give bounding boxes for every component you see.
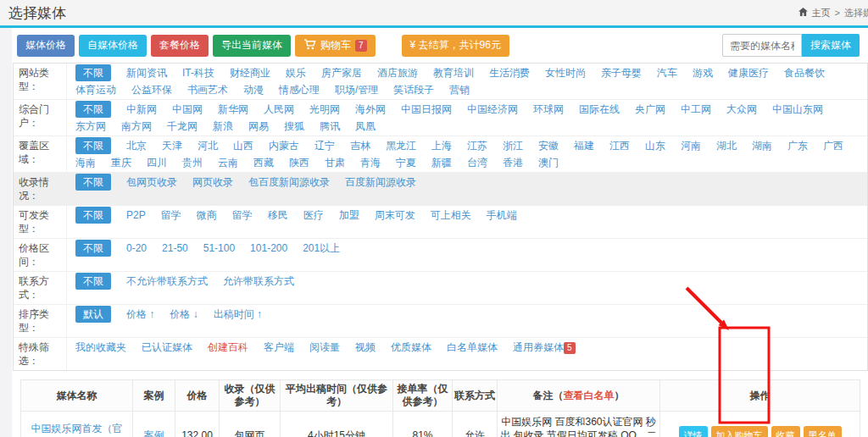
filter-option[interactable]: 健康医疗: [728, 66, 769, 80]
filter-option[interactable]: 女性时尚: [545, 66, 586, 80]
filter-option[interactable]: 吉林: [350, 139, 370, 152]
filter-option[interactable]: 职场/管理: [335, 83, 378, 97]
blacklist-button[interactable]: 黑名单: [804, 426, 842, 437]
cart-button[interactable]: 购物车7: [295, 35, 376, 57]
filter-option[interactable]: 中国日报网: [401, 102, 452, 116]
filter-option[interactable]: 内蒙古: [269, 139, 299, 152]
filter-option[interactable]: 江西: [609, 139, 630, 152]
filter-option[interactable]: 加盟: [339, 208, 359, 222]
filter-option[interactable]: 201以上: [303, 241, 340, 255]
filter-option[interactable]: 教育培训: [433, 66, 474, 80]
filter-option[interactable]: 房产家居: [321, 66, 362, 80]
filter-option[interactable]: 101-200: [250, 241, 287, 255]
media-price-button[interactable]: 媒体价格: [17, 35, 75, 57]
filter-option[interactable]: 笑话段子: [393, 83, 434, 97]
media-name-link[interactable]: 中国娱乐网首发（官网）好出: [31, 423, 123, 437]
filter-selected-site-type[interactable]: 不限: [75, 64, 111, 81]
filter-option[interactable]: 营销: [449, 83, 470, 97]
filter-option[interactable]: 出稿时间 ↑: [214, 307, 262, 321]
filter-option[interactable]: 阅读量: [309, 340, 340, 354]
filter-option[interactable]: 天津: [162, 139, 182, 152]
filter-option[interactable]: 51-100: [203, 241, 235, 255]
filter-option[interactable]: 新闻资讯: [126, 66, 167, 80]
filter-option[interactable]: 湖南: [752, 139, 772, 152]
filter-option[interactable]: 腾讯: [320, 119, 340, 133]
filter-option[interactable]: 医疗: [303, 208, 324, 222]
filter-option[interactable]: 中国经济网: [467, 102, 518, 116]
filter-option[interactable]: 21-50: [162, 241, 188, 255]
filter-option[interactable]: 手机端: [487, 208, 517, 222]
filter-option[interactable]: 中国网: [172, 102, 203, 116]
filter-option[interactable]: 千龙网: [167, 119, 198, 133]
filter-option[interactable]: 网页收录: [192, 175, 233, 189]
filter-option[interactable]: 陕西: [289, 156, 309, 169]
filter-option[interactable]: 体育运动: [75, 83, 116, 97]
checkout-button[interactable]: ¥ 去结算，共计96元: [402, 35, 509, 57]
filter-option[interactable]: 价格 ↓: [170, 307, 198, 321]
filter-option[interactable]: 我的收藏夹: [75, 340, 126, 354]
filter-selected-publish-type[interactable]: 不限: [75, 207, 111, 224]
filter-option[interactable]: 娱乐: [286, 66, 306, 80]
filter-option[interactable]: 河南: [681, 139, 701, 152]
filter-option[interactable]: 汽车: [657, 66, 677, 80]
filter-option[interactable]: 网易: [248, 119, 269, 133]
filter-option[interactable]: 南方网: [121, 119, 152, 133]
filter-option[interactable]: 台湾: [467, 156, 487, 169]
filter-option[interactable]: 新浪: [213, 119, 233, 133]
filter-option[interactable]: 广西: [823, 139, 843, 152]
filter-option[interactable]: 微商: [197, 208, 217, 222]
filter-option[interactable]: 江苏: [467, 139, 487, 152]
filter-option[interactable]: 凤凰: [355, 119, 376, 133]
filter-option[interactable]: 中工网: [681, 102, 711, 116]
filter-option[interactable]: 游戏: [693, 66, 713, 80]
filter-selected-region[interactable]: 不限: [75, 137, 111, 154]
filter-option[interactable]: 北京: [126, 139, 147, 152]
filter-option[interactable]: 浙江: [503, 139, 523, 152]
add-to-cart-button[interactable]: 加入购物车: [711, 426, 768, 437]
filter-option[interactable]: 甘肃: [325, 156, 345, 169]
filter-option[interactable]: 移民: [268, 208, 288, 222]
filter-option[interactable]: 食品餐饮: [784, 66, 825, 80]
filter-option[interactable]: 云南: [218, 156, 238, 169]
filter-option[interactable]: 财经商业: [230, 66, 270, 80]
filter-option[interactable]: 酒店旅游: [377, 66, 418, 80]
filter-option[interactable]: 安徽: [538, 139, 559, 152]
self-media-price-button[interactable]: 自媒体价格: [79, 35, 147, 57]
breadcrumb-home[interactable]: 主页: [812, 7, 831, 19]
filter-option[interactable]: 包网页收录: [126, 175, 177, 189]
filter-option[interactable]: 书画艺术: [187, 83, 228, 97]
filter-option[interactable]: 公益环保: [131, 83, 172, 97]
filter-option[interactable]: 优质媒体: [391, 340, 431, 354]
filter-option[interactable]: 情感心理: [279, 83, 320, 97]
filter-option[interactable]: 留学: [161, 208, 181, 222]
filter-option[interactable]: 中新网: [126, 102, 157, 116]
filter-selected-contact[interactable]: 不限: [75, 273, 111, 290]
filter-option[interactable]: 重庆: [111, 156, 131, 169]
filter-option[interactable]: 价格 ↑: [126, 307, 154, 321]
filter-option[interactable]: 视频: [355, 340, 376, 354]
filter-option[interactable]: 河北: [198, 139, 218, 152]
filter-option[interactable]: 已认证媒体: [142, 340, 192, 354]
filter-selected-price-range[interactable]: 不限: [75, 240, 111, 257]
filter-option[interactable]: 新疆: [431, 156, 452, 169]
filter-option[interactable]: 黑龙江: [386, 139, 416, 152]
filter-selected-sort[interactable]: 默认: [75, 306, 111, 323]
filter-option[interactable]: 湖北: [716, 139, 737, 152]
filter-option[interactable]: 福建: [574, 139, 594, 152]
filter-option[interactable]: 贵州: [182, 156, 203, 169]
filter-option[interactable]: 周末可发: [375, 208, 415, 222]
filter-option[interactable]: 人民网: [264, 102, 294, 116]
filter-option[interactable]: IT-科技: [182, 66, 214, 80]
filter-selected-inclusion[interactable]: 不限: [75, 174, 111, 191]
filter-option[interactable]: P2P: [126, 208, 146, 222]
filter-option[interactable]: 通用券媒体5: [513, 340, 576, 354]
filter-option[interactable]: 亲子母婴: [601, 66, 642, 80]
filter-option[interactable]: 辽宁: [314, 139, 335, 152]
filter-option[interactable]: 不允许带联系方式: [126, 274, 208, 288]
case-link[interactable]: 案例: [144, 429, 164, 437]
filter-option[interactable]: 宁夏: [396, 156, 416, 169]
filter-option[interactable]: 澳门: [538, 156, 559, 169]
filter-option[interactable]: 香港: [503, 156, 523, 169]
filter-selected-portal[interactable]: 不限: [75, 101, 111, 118]
view-whitelist-link[interactable]: 查看白名单: [564, 390, 615, 401]
